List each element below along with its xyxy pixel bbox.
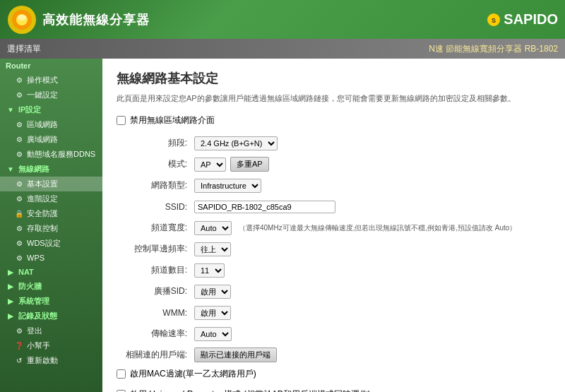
tx-power-select[interactable]: Auto [194, 327, 232, 341]
mac-filter-label: 啟用MAC過濾(單一乙太網路用戶) [130, 368, 256, 380]
sidebar-group-system[interactable]: ▶ 系統管理 [0, 294, 102, 309]
network-type-label: 網路類型: [117, 179, 194, 191]
sidebar-label-firewall: 防火牆 [18, 281, 42, 292]
sidebar-item-basic-settings[interactable]: ⚙ 基本設置 [0, 177, 102, 191]
control-channel-control: 往上 往下 [194, 242, 551, 256]
broadcast-ssid-select[interactable]: 啟用 停用 [194, 285, 231, 299]
sidebar-group-wireless[interactable]: ▼ 無線網路 [0, 162, 102, 177]
sidebar-label-lan: 區域網路 [27, 119, 58, 130]
sidebar: Router ⚙ 操作模式 ⚙ 一鍵設定 ▼ IP設定 ⚙ 區域網路 ⚙ 廣域網… [0, 59, 102, 392]
wmm-select[interactable]: 啟用 停用 [194, 306, 231, 320]
sidebar-label-system: 系統管理 [18, 296, 49, 307]
tx-power-label: 傳輸速率: [117, 328, 194, 340]
ip-group-icon: ▼ [6, 105, 16, 115]
wmm-control: 啟用 停用 [194, 306, 551, 320]
network-type-row: 網路類型: Infrastructure [117, 177, 551, 194]
sapido-logo: S SAPIDO [487, 11, 558, 28]
ssid-control [194, 201, 551, 213]
product-info: N速 節能無線寬頻分享器 RB-1802 [429, 43, 558, 55]
bandwidth-row: 頻道寬度: Auto （選擇40MHz可達最大無線傳輸速度,但若出現無線訊號不穩… [117, 220, 551, 237]
sidebar-label-operation-mode: 操作模式 [27, 75, 58, 85]
disable-wlan-label: 禁用無線區域網路介面 [130, 114, 215, 126]
sidebar-item-wan[interactable]: ⚙ 廣域網路 [0, 132, 102, 147]
channel-row: 頻道數目: 11 [117, 262, 551, 279]
sapido-icon: S [487, 13, 501, 27]
bandwidth-control: Auto （選擇40MHz可達最大無線傳輸速度,但若出現無線訊號不穩,例如青港,… [194, 221, 551, 235]
sidebar-item-restart[interactable]: ↺ 重新啟動 [0, 353, 102, 368]
sidebar-item-logout[interactable]: ⚙ 登出 [0, 323, 102, 338]
basic-settings-icon: ⚙ [14, 179, 24, 189]
sidebar-label-security: 安全防護 [27, 208, 58, 219]
control-channel-select[interactable]: 往上 往下 [194, 242, 231, 256]
control-channel-label: 控制單邊頻率: [117, 243, 194, 255]
sidebar-group-nat[interactable]: ▶ NAT [0, 265, 102, 279]
frequency-select[interactable]: 2.4 GHz (B+G+N) [194, 136, 278, 150]
lan-icon: ⚙ [14, 120, 24, 130]
universal-repeater-checkbox[interactable] [117, 390, 126, 393]
svg-text:S: S [492, 17, 496, 24]
network-type-control: Infrastructure [194, 179, 551, 193]
channel-select[interactable]: 11 [194, 263, 225, 278]
associated-clients-button[interactable]: 顯示已連接的用戶端 [194, 348, 277, 362]
sidebar-label-restart: 重新啟動 [27, 355, 58, 366]
page-title: 無線網路基本設定 [117, 70, 551, 87]
bandwidth-select[interactable]: Auto [194, 221, 232, 235]
svg-point-3 [18, 15, 26, 20]
quick-setup-icon: ⚙ [14, 90, 24, 100]
mode-label: 模式: [117, 158, 194, 170]
wmm-row: WMM: 啟用 停用 [117, 304, 551, 321]
wmm-label: WMM: [117, 308, 194, 318]
sidebar-group-log[interactable]: ▶ 記錄及狀態 [0, 309, 102, 323]
multi-ap-button[interactable]: 多重AP [230, 157, 269, 172]
frequency-control: 2.4 GHz (B+G+N) [194, 136, 551, 150]
wan-icon: ⚙ [14, 135, 24, 145]
bandwidth-hint: （選擇40MHz可達最大無線傳輸速度,但若出現無線訊號不穩,例如青港,預設值請改… [239, 223, 516, 233]
frequency-row: 頻段: 2.4 GHz (B+G+N) [117, 135, 551, 152]
sidebar-group-firewall[interactable]: ▶ 防火牆 [0, 279, 102, 294]
sidebar-label-basic-settings: 基本設置 [27, 179, 58, 189]
sidebar-item-quick-setup[interactable]: ⚙ 一鍵設定 [0, 88, 102, 102]
sidebar-item-access-control[interactable]: ⚙ 存取控制 [0, 221, 102, 236]
sidebar-label-ddns: 動態域名服務DDNS [27, 149, 95, 160]
sidebar-label-log: 記錄及狀態 [18, 311, 57, 321]
header: 高效能無線分享器 S SAPIDO [0, 0, 565, 39]
restart-icon: ↺ [14, 356, 24, 366]
sidebar-item-security[interactable]: 🔒 安全防護 [0, 206, 102, 221]
ssid-row: SSID: [117, 198, 551, 215]
wds-icon: ⚙ [14, 239, 24, 249]
sidebar-label-logout: 登出 [27, 326, 42, 336]
broadcast-ssid-row: 廣播SID: 啟用 停用 [117, 283, 551, 300]
advanced-settings-icon: ⚙ [14, 194, 24, 204]
sidebar-item-wps[interactable]: ⚙ WPS [0, 251, 102, 265]
mode-select[interactable]: AP [194, 158, 226, 172]
mode-control: AP 多重AP [194, 157, 551, 172]
firewall-group-icon: ▶ [6, 282, 16, 292]
mac-filter-checkbox[interactable] [117, 369, 126, 379]
sidebar-label-access-control: 存取控制 [27, 223, 58, 234]
sidebar-item-lan[interactable]: ⚙ 區域網路 [0, 117, 102, 132]
broadcast-ssid-label: 廣播SID: [117, 285, 194, 297]
disable-wlan-checkbox[interactable] [117, 116, 126, 125]
mode-row: 模式: AP 多重AP [117, 156, 551, 173]
sidebar-router-label: Router [0, 59, 102, 73]
sidebar-item-advanced-settings[interactable]: ⚙ 進階設定 [0, 191, 102, 206]
sidebar-item-help[interactable]: ❓ 小幫手 [0, 338, 102, 353]
mac-filter-row: 啟用MAC過濾(單一乙太網路用戶) [117, 368, 551, 380]
menu-label[interactable]: 選擇清單 [7, 43, 41, 55]
ssid-input[interactable] [194, 201, 335, 213]
sidebar-item-wds[interactable]: ⚙ WDS設定 [0, 236, 102, 251]
tx-power-control: Auto [194, 327, 551, 341]
associated-clients-label: 相關連的用戶端: [117, 349, 194, 361]
channel-control: 11 [194, 263, 551, 278]
sidebar-group-ip[interactable]: ▼ IP設定 [0, 102, 102, 117]
sidebar-item-operation-mode[interactable]: ⚙ 操作模式 [0, 73, 102, 88]
universal-repeater-label: 啟用 Universal Repeater 模式 (相當於AP和用戶端模式同時運… [130, 388, 371, 393]
sidebar-item-ddns[interactable]: ⚙ 動態域名服務DDNS [0, 147, 102, 162]
disable-wlan-row: 禁用無線區域網路介面 [117, 114, 551, 126]
sidebar-label-wireless: 無線網路 [18, 164, 49, 174]
log-group-icon: ▶ [6, 311, 16, 321]
network-type-select[interactable]: Infrastructure [194, 179, 261, 193]
ssid-label: SSID: [117, 202, 194, 212]
sidebar-label-wan: 廣域網路 [27, 134, 58, 145]
sidebar-label-nat: NAT [18, 268, 34, 276]
